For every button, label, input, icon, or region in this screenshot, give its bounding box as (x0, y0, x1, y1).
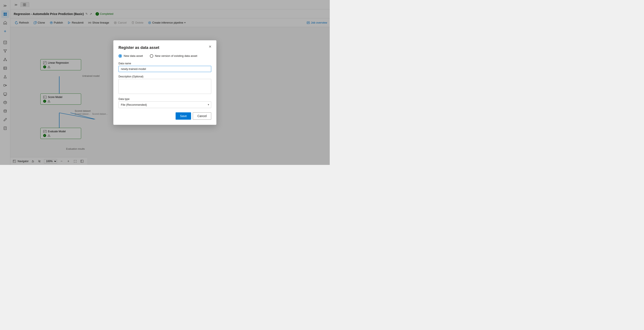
register-data-asset-modal: Register as data asset ✕ New data asset … (113, 40, 216, 125)
modal-title: Register as data asset (118, 45, 211, 50)
data-type-wrapper: File (Recommended) Folder Table ▾ (118, 101, 211, 108)
description-label: Description (Optional) (118, 75, 211, 78)
save-button[interactable]: Save (176, 112, 191, 120)
data-name-label: Data name (118, 62, 211, 65)
data-type-label: Data type (118, 98, 211, 101)
description-textarea[interactable] (118, 79, 211, 94)
radio-group: New data asset New version of existing d… (118, 54, 211, 58)
cancel-modal-button[interactable]: Cancel (193, 112, 211, 120)
data-type-select[interactable]: File (Recommended) Folder Table (118, 101, 211, 108)
radio-new-asset[interactable]: New data asset (118, 54, 143, 58)
data-name-input[interactable] (118, 66, 211, 72)
modal-footer: Save Cancel (118, 112, 211, 120)
close-icon: ✕ (209, 45, 212, 49)
modal-close-button[interactable]: ✕ (207, 44, 213, 50)
radio-new-asset-circle (118, 54, 122, 58)
radio-existing-asset[interactable]: New version of existing data asset (150, 54, 197, 58)
radio-existing-asset-circle (150, 54, 153, 58)
modal-overlay: Register as data asset ✕ New data asset … (0, 0, 330, 165)
